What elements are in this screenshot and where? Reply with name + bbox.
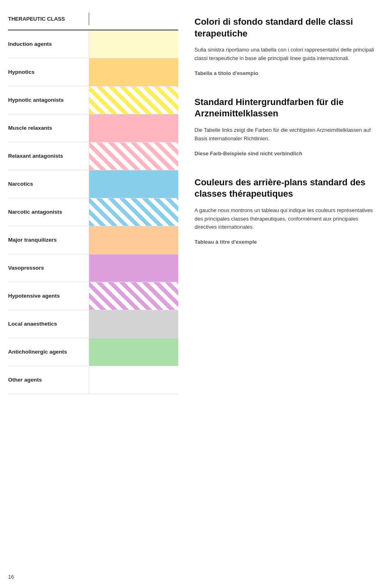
- row-label-muscle-relaxants: Muscle relaxants: [8, 114, 89, 142]
- table-row: Muscle relaxants: [8, 114, 178, 142]
- row-label-vasopressors: Vasopressors: [8, 254, 89, 282]
- row-color-major-tranquilizers: [89, 226, 178, 254]
- table-row: Hypnotic antagonists: [8, 86, 178, 114]
- row-color-vasopressors: [89, 254, 178, 282]
- row-label-narcotics: Narcotics: [8, 170, 89, 198]
- row-color-hypotensive-agents: [89, 282, 178, 310]
- table-row: Local anaesthetics: [8, 310, 178, 338]
- row-label-local-anaesthetics: Local anaesthetics: [8, 310, 89, 338]
- row-color-induction-agents: [89, 30, 178, 58]
- table-body: Induction agentsHypnoticsHypnotic antago…: [8, 30, 178, 394]
- row-color-local-anaesthetics: [89, 310, 178, 338]
- row-color-other-agents: [89, 366, 178, 394]
- italian-section: Colori di sfondo standard delle classi t…: [194, 16, 377, 76]
- table-row: Major tranquilizers: [8, 226, 178, 254]
- table-row: Relaxant antagonists: [8, 142, 178, 170]
- row-label-hypotensive-agents: Hypotensive agents: [8, 282, 89, 310]
- row-label-hypnotic-antagonists: Hypnotic antagonists: [8, 86, 89, 114]
- row-color-muscle-relaxants: [89, 114, 178, 142]
- table-row: Hypnotics: [8, 58, 178, 86]
- italian-body: Sulla sinistra riportiamo una tabella co…: [194, 46, 377, 63]
- right-panel: Colori di sfondo standard delle classi t…: [178, 8, 389, 580]
- table-row: Narcotic antagonists: [8, 198, 178, 226]
- row-color-narcotics: [89, 170, 178, 198]
- table-row: Hypotensive agents: [8, 282, 178, 310]
- german-note: Diese Farb-Beispiele sind nicht verbindl…: [194, 150, 377, 157]
- table-header-label: THERAPEUTIC CLASS: [8, 13, 89, 25]
- table-row: Anticholinergic agents: [8, 338, 178, 366]
- german-section: Standard Hintergrundfarben für die Arzne…: [194, 97, 377, 157]
- row-color-narcotic-antagonists: [89, 198, 178, 226]
- row-label-narcotic-antagonists: Narcotic antagonists: [8, 198, 89, 226]
- table-header: THERAPEUTIC CLASS: [8, 8, 178, 30]
- table-row: Induction agents: [8, 30, 178, 58]
- table-row: Narcotics: [8, 170, 178, 198]
- table-row: Other agents: [8, 366, 178, 394]
- row-label-induction-agents: Induction agents: [8, 30, 89, 58]
- row-color-relaxant-antagonists: [89, 142, 178, 170]
- page-number: 16: [8, 574, 14, 580]
- row-label-anticholinergic-agents: Anticholinergic agents: [8, 338, 89, 366]
- row-color-hypnotic-antagonists: [89, 86, 178, 114]
- french-title: Couleurs des arrière-plans standard des …: [194, 177, 377, 200]
- row-label-major-tranquilizers: Major tranquilizers: [8, 226, 89, 254]
- row-label-relaxant-antagonists: Relaxant antagonists: [8, 142, 89, 170]
- german-body: Die Tabelle links zeigt die Farben für d…: [194, 126, 377, 143]
- row-label-hypnotics: Hypnotics: [8, 58, 89, 86]
- row-label-other-agents: Other agents: [8, 366, 89, 394]
- italian-title: Colori di sfondo standard delle classi t…: [194, 16, 377, 39]
- table-row: Vasopressors: [8, 254, 178, 282]
- french-section: Couleurs des arrière-plans standard des …: [194, 177, 377, 245]
- french-body: A gauche nous montrons un tableau qui in…: [194, 206, 377, 232]
- therapeutic-class-table: THERAPEUTIC CLASS Induction agentsHypnot…: [0, 8, 178, 580]
- german-title: Standard Hintergrundfarben für die Arzne…: [194, 97, 377, 120]
- french-note: Tableau à titre d'exemple: [194, 239, 377, 245]
- italian-note: Tabella a titolo d'esempio: [194, 70, 377, 76]
- row-color-anticholinergic-agents: [89, 338, 178, 366]
- row-color-hypnotics: [89, 58, 178, 86]
